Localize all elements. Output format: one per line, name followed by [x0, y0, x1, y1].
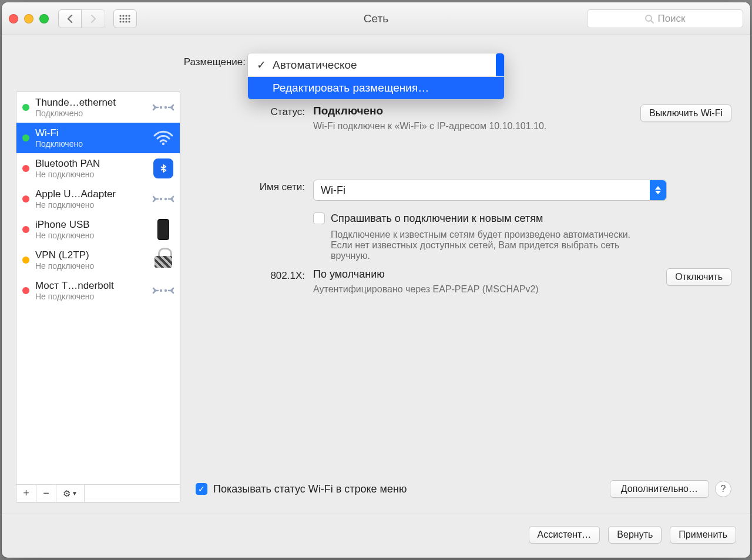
location-label: Размещение:	[184, 56, 246, 68]
apply-button[interactable]: Применить	[670, 526, 736, 544]
main: Thunde…ethernet Подключено Wi-Fi Подключ…	[16, 92, 736, 502]
dot1x-desc: Аутентифицировано через EAP-PEAP (MSCHAP…	[313, 284, 566, 295]
show-in-menubar-checkbox[interactable]: ✓	[196, 483, 207, 495]
location-option-automatic[interactable]: ✓ Автоматическое	[248, 53, 504, 76]
assistant-button[interactable]: Ассистент…	[529, 526, 600, 544]
interface-status: Не подключено	[35, 231, 146, 240]
svg-point-9	[122, 21, 124, 22]
window-controls	[9, 14, 49, 23]
status-row: Статус: Подключено Wi-Fi подключен к «Wi…	[196, 104, 731, 131]
svg-point-14	[160, 106, 162, 109]
interface-name: Мост T…nderbolt	[35, 280, 146, 292]
interface-status: Не подключено	[35, 200, 146, 210]
interface-name: Wi-Fi	[35, 127, 146, 139]
toggle-wifi-button[interactable]: Выключить Wi-Fi	[640, 104, 731, 122]
minimize-window-button[interactable]	[24, 14, 33, 23]
dot1x-value: По умолчанию	[313, 268, 666, 281]
svg-point-10	[125, 21, 127, 22]
interface-item-bluetooth-pan[interactable]: Bluetooth PAN Не подключено	[16, 153, 180, 184]
interface-item-iphone-usb[interactable]: iPhone USB Не подключено	[16, 214, 180, 245]
ethernet-icon	[152, 284, 175, 298]
svg-point-18	[164, 198, 167, 200]
svg-point-19	[160, 289, 162, 292]
status-label: Статус:	[196, 104, 313, 118]
show-in-menubar-label: Показывать статус Wi-Fi в строке меню	[213, 483, 407, 495]
svg-point-6	[125, 18, 127, 19]
footer-spacer	[85, 485, 180, 502]
show-all-button[interactable]	[113, 9, 137, 28]
status-dot-icon	[22, 287, 29, 294]
status-dot-icon	[22, 165, 29, 172]
interfaces-list: Thunde…ethernet Подключено Wi-Fi Подключ…	[16, 92, 180, 484]
ask-join-label: Спрашивать о подключении к новым сетям	[331, 212, 731, 225]
status-dot-icon	[22, 226, 29, 233]
svg-point-5	[122, 18, 124, 19]
select-stepper-icon	[650, 180, 666, 200]
svg-point-11	[128, 21, 130, 22]
gear-icon: ⚙︎	[63, 488, 70, 499]
titlebar: Сеть Поиск	[2, 2, 750, 35]
detail-bottom: ✓ Показывать статус Wi-Fi в строке меню …	[196, 480, 731, 498]
zoom-window-button[interactable]	[39, 14, 49, 23]
network-name-value: Wi-Fi	[321, 184, 345, 197]
nav-buttons	[58, 9, 105, 28]
interface-item-wifi[interactable]: Wi-Fi Подключено	[16, 123, 180, 153]
interface-name: Bluetooth PAN	[35, 158, 146, 170]
revert-button[interactable]: Вернуть	[608, 526, 662, 544]
location-dropdown: ✓ Автоматическое Редактировать размещени…	[247, 53, 505, 100]
search-icon	[644, 14, 654, 23]
svg-point-4	[119, 18, 121, 19]
svg-point-20	[164, 289, 167, 292]
status-value: Подключено	[313, 104, 640, 117]
chevron-down-icon: ▼	[72, 490, 78, 497]
interface-actions-button[interactable]: ⚙︎▼	[56, 485, 85, 502]
location-option-edit[interactable]: Редактировать размещения…	[248, 77, 504, 99]
status-dot-icon	[22, 104, 29, 111]
footer: Ассистент… Вернуть Применить	[2, 514, 750, 558]
interface-status: Не подключено	[35, 292, 146, 301]
svg-point-7	[128, 18, 130, 19]
svg-point-17	[160, 198, 162, 200]
phone-icon	[152, 219, 175, 240]
status-dot-icon	[22, 195, 29, 203]
dot1x-row: 802.1X: По умолчанию Аутентифицировано ч…	[196, 268, 731, 295]
network-name-select[interactable]: Wi-Fi	[313, 180, 667, 201]
svg-point-16	[162, 143, 164, 145]
check-icon: ✓	[256, 58, 267, 72]
ethernet-icon	[152, 192, 175, 206]
disconnect-dot1x-button[interactable]: Отключить	[666, 268, 731, 286]
interfaces-sidebar: Thunde…ethernet Подключено Wi-Fi Подключ…	[16, 92, 180, 502]
interface-item-thunderbolt-bridge[interactable]: Мост T…nderbolt Не подключено	[16, 275, 180, 306]
add-interface-button[interactable]: +	[16, 485, 36, 502]
ask-join-checkbox[interactable]	[313, 212, 325, 224]
help-button[interactable]: ?	[715, 481, 731, 497]
advanced-button[interactable]: Дополнительно…	[610, 480, 709, 498]
preferences-window: Сеть Поиск Размещение: Thunde…ethernet П…	[2, 2, 750, 558]
location-option-label: Редактировать размещения…	[273, 82, 429, 95]
svg-point-2	[125, 15, 127, 16]
sidebar-footer: + − ⚙︎▼	[16, 484, 180, 502]
ethernet-icon	[152, 100, 175, 114]
forward-button[interactable]	[82, 9, 105, 28]
svg-point-8	[119, 21, 121, 22]
close-window-button[interactable]	[9, 14, 18, 23]
body: Размещение: Thunde…ethernet Подключено	[2, 35, 750, 514]
svg-point-0	[119, 15, 121, 16]
interface-name: Thunde…ethernet	[35, 97, 146, 109]
remove-interface-button[interactable]: −	[36, 485, 56, 502]
svg-point-3	[128, 15, 130, 16]
interface-item-thunderbolt-ethernet[interactable]: Thunde…ethernet Подключено	[16, 92, 180, 123]
interface-status: Подключено	[35, 109, 146, 118]
search-field[interactable]: Поиск	[587, 9, 743, 28]
svg-point-15	[164, 106, 167, 109]
location-option-label: Автоматическое	[273, 59, 357, 72]
interface-status: Не подключено	[35, 261, 146, 271]
lock-icon	[152, 252, 175, 268]
interface-item-apple-usb-adapter[interactable]: Apple U…Adapter Не подключено	[16, 184, 180, 214]
status-dot-icon	[22, 257, 29, 264]
network-name-label: Имя сети:	[196, 180, 313, 193]
interface-item-vpn[interactable]: VPN (L2TP) Не подключено	[16, 245, 180, 275]
interface-name: iPhone USB	[35, 219, 146, 231]
back-button[interactable]	[58, 9, 82, 28]
network-name-row: Имя сети: Wi-Fi Спрашивать о подключении…	[196, 180, 731, 261]
